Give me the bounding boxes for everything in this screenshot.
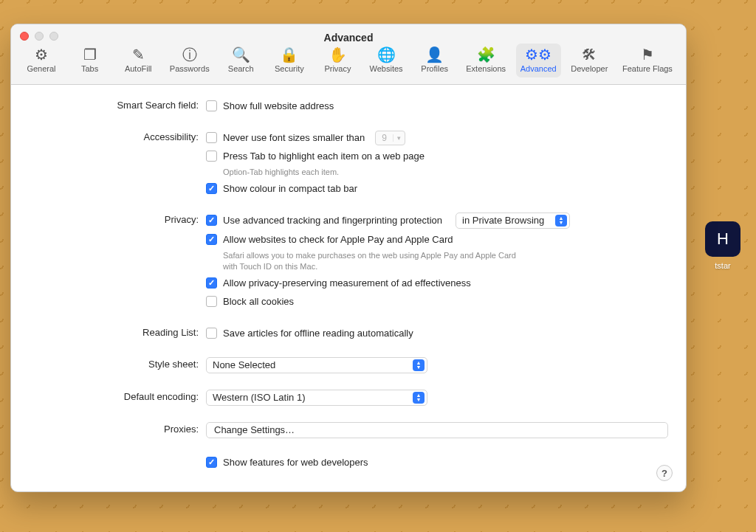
tab-label: Passwords [170,64,210,73]
select-style-sheet[interactable]: None Selected ▲▼ [206,357,427,373]
tab-privacy[interactable]: ✋Privacy [316,44,359,77]
tab-label: Search [228,64,254,73]
toolbar: ⚙General❐Tabs✎AutoFillⓘPasswords🔍Search🔒… [11,41,686,77]
checkbox-block-cookies[interactable] [206,296,217,307]
text-ad-measurement: Allow privacy-preserving measurement of … [223,277,471,289]
websites-icon: 🌐 [377,46,396,63]
profiles-icon: 👤 [425,46,444,63]
hint-apple-pay: Safari allows you to make purchases on t… [223,250,518,272]
tab-tabs[interactable]: ❐Tabs [69,44,111,77]
select-tracking-mode-value: in Private Browsing [462,215,544,226]
text-apple-pay: Allow websites to check for Apple Pay an… [223,234,453,245]
hint-press-tab: Option-Tab highlights each item. [223,167,518,178]
stepper-caret-icon: ▾ [393,134,405,142]
tab-search[interactable]: 🔍Search [219,44,262,77]
desktop-app-icon[interactable]: H tstar [690,221,756,310]
tab-label: Advanced [520,64,557,73]
option-press-tab[interactable]: Press Tab to highlight each item on a we… [206,148,668,164]
option-apple-pay[interactable]: Allow websites to check for Apple Pay an… [206,232,668,247]
security-icon: 🔒 [280,46,298,63]
preferences-window: Advanced ⚙General❐Tabs✎AutoFillⓘPassword… [10,24,687,492]
label-empty [29,455,206,456]
select-default-encoding-value: Western (ISO Latin 1) [213,392,305,403]
text-block-cookies: Block all cookies [223,296,294,307]
extensions-icon: 🧩 [477,46,495,63]
option-show-full-address[interactable]: Show full website address [206,98,668,114]
select-default-encoding[interactable]: Western (ISO Latin 1) ▲▼ [206,390,427,406]
select-caret-icon: ▲▼ [555,215,567,227]
tab-label: Privacy [324,64,351,73]
checkbox-apple-pay[interactable] [206,234,217,245]
tab-extensions[interactable]: 🧩Extensions [461,44,510,77]
passwords-icon: ⓘ [182,46,197,63]
checkbox-press-tab[interactable] [206,151,217,162]
tab-label: AutoFill [125,64,152,73]
select-caret-icon: ▲▼ [413,359,425,371]
developer-icon: 🛠 [582,46,597,63]
label-style-sheet: Style sheet: [29,357,206,370]
window-title: Advanced [11,32,686,44]
option-offline-reading[interactable]: Save articles for offline reading automa… [206,325,668,341]
tabs-icon: ❐ [83,46,97,63]
feature-flags-icon: ⚑ [641,46,654,63]
stepper-value: 9 [376,133,393,143]
option-show-colour-compact[interactable]: Show colour in compact tab bar [206,181,668,196]
option-ad-measurement[interactable]: Allow privacy-preserving measurement of … [206,275,668,291]
text-offline-reading: Save articles for offline reading automa… [223,328,413,339]
select-caret-icon: ▲▼ [413,392,425,404]
option-min-font-size[interactable]: Never use font sizes smaller than 9 ▾ [206,130,668,145]
select-tracking-mode[interactable]: in Private Browsing ▲▼ [456,213,570,229]
option-tracking-protection[interactable]: Use advanced tracking and fingerprinting… [206,213,668,229]
tab-websites[interactable]: 🌐Websites [365,44,408,77]
text-show-full-address: Show full website address [223,100,334,111]
help-button[interactable]: ? [656,465,673,481]
desktop-app-tile: H [705,221,740,257]
tab-label: Feature Flags [622,64,673,73]
checkbox-ad-measurement[interactable] [206,277,217,289]
button-change-proxy-settings[interactable]: Change Settings… [206,422,668,438]
checkbox-show-develop[interactable] [206,457,217,468]
tab-feature-flags[interactable]: ⚑Feature Flags [618,44,677,77]
label-accessibility: Accessibility: [29,130,206,142]
advanced-icon: ⚙⚙ [525,46,551,63]
label-reading-list: Reading List: [29,325,206,338]
titlebar: Advanced ⚙General❐Tabs✎AutoFillⓘPassword… [11,24,686,85]
tab-security[interactable]: 🔒Security [268,44,311,77]
text-press-tab: Press Tab to highlight each item on a we… [223,151,425,162]
autofill-icon: ✎ [132,46,145,63]
tab-autofill[interactable]: ✎AutoFill [117,44,159,77]
search-icon: 🔍 [232,46,250,63]
checkbox-show-colour-compact[interactable] [206,183,217,194]
tab-advanced[interactable]: ⚙⚙Advanced [516,44,561,77]
tab-developer[interactable]: 🛠Developer [566,44,612,77]
checkbox-show-full-address[interactable] [206,100,217,111]
tab-label: Security [275,64,304,73]
privacy-icon: ✋ [329,46,347,63]
checkbox-tracking-protection[interactable] [206,215,217,226]
label-smart-search: Smart Search field: [29,98,206,111]
tab-passwords[interactable]: ⓘPasswords [165,44,214,77]
stepper-min-font-size[interactable]: 9 ▾ [375,131,405,145]
tab-label: Developer [571,64,608,73]
general-icon: ⚙ [35,46,48,63]
text-show-develop: Show features for web developers [223,457,368,468]
desktop-app-label: tstar [690,261,756,270]
tab-label: General [27,64,55,73]
text-show-colour-compact: Show colour in compact tab bar [223,183,357,194]
label-default-encoding: Default encoding: [29,390,206,402]
content-area: Smart Search field: Show full website ad… [11,85,686,491]
checkbox-min-font-size[interactable] [206,132,217,143]
option-show-develop[interactable]: Show features for web developers [206,455,668,470]
tab-label: Websites [370,64,403,73]
tab-profiles[interactable]: 👤Profiles [413,44,456,77]
text-min-font-size: Never use font sizes smaller than [223,132,365,143]
select-style-sheet-value: None Selected [213,359,275,370]
tab-label: Extensions [466,64,506,73]
tab-label: Profiles [421,64,448,73]
label-proxies: Proxies: [29,422,206,435]
tab-general[interactable]: ⚙General [20,44,63,77]
desktop-background: H tstar Advanced ⚙General❐Tabs✎AutoFillⓘ… [0,0,756,532]
tab-label: Tabs [81,64,98,73]
checkbox-offline-reading[interactable] [206,328,217,339]
option-block-cookies[interactable]: Block all cookies [206,294,668,309]
